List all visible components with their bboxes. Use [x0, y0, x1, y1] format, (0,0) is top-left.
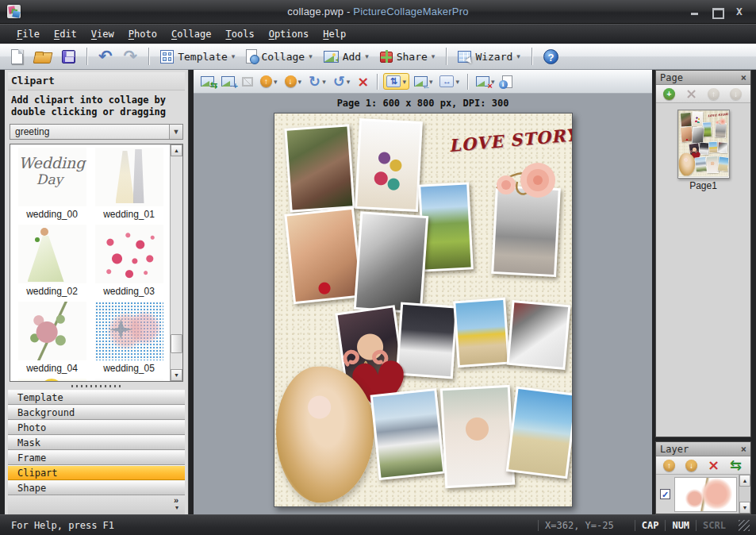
scroll-down-icon[interactable]: ▼: [171, 369, 182, 381]
photo-beach-jump[interactable]: [453, 298, 510, 368]
sidebar-item-clipart[interactable]: Clipart: [8, 465, 185, 480]
chevron-down-icon[interactable]: ▼: [169, 125, 182, 139]
share-button[interactable]: Share ▾: [377, 48, 439, 64]
scroll-up-icon[interactable]: ▲: [739, 475, 750, 487]
redo-button[interactable]: ↷: [121, 47, 141, 66]
menu-photo[interactable]: Photo: [121, 25, 164, 43]
layer-visibility-checkbox[interactable]: ✓: [660, 489, 670, 499]
align-photo-button[interactable]: ←▾: [412, 75, 436, 88]
swap-layer-button[interactable]: ⇆: [727, 456, 744, 474]
photo-couple-kiss-outdoor[interactable]: [370, 388, 445, 480]
chevron-down-icon[interactable]: ▾: [322, 78, 326, 86]
page1-thumbnail[interactable]: ♥LOVE STORY: [677, 110, 730, 179]
send-backward-button[interactable]: ↓▾: [282, 74, 305, 89]
layer-rose-thumbnail[interactable]: [674, 477, 737, 512]
swap-page-button[interactable]: ⇆: [750, 85, 751, 102]
remove-photo-button[interactable]: ×▾: [474, 75, 497, 88]
layer-up-button[interactable]: ↑: [661, 458, 677, 473]
clipart-scrollbar[interactable]: ▲ ▼: [170, 144, 182, 381]
swap-photo-button[interactable]: ⇆: [198, 75, 217, 88]
clipart-item-wedding_00[interactable]: WeddingDaywedding_00: [13, 148, 90, 220]
photo-shopping-couple[interactable]: [355, 118, 423, 212]
wizard-button[interactable]: Wizard ▾: [455, 49, 524, 64]
page-down-button[interactable]: ↓: [727, 87, 744, 102]
chevron-down-icon[interactable]: ▾: [298, 78, 302, 86]
clipart-item-wedding_04[interactable]: wedding_04: [13, 302, 90, 374]
undo-button[interactable]: ↶: [95, 47, 116, 66]
wedding_01-thumbnail[interactable]: [95, 148, 163, 206]
panel-splitter-handle[interactable]: [8, 382, 185, 390]
minimize-button[interactable]: [689, 7, 700, 17]
clipart-rose[interactable]: [485, 158, 562, 206]
chevron-down-icon[interactable]: ▾: [402, 78, 406, 86]
delete-object-button[interactable]: ×: [355, 73, 371, 90]
rotate-right-button[interactable]: ↻▾: [306, 73, 328, 90]
resize-grip[interactable]: [739, 520, 750, 531]
chevron-down-icon[interactable]: ▾: [516, 52, 520, 60]
collage-page[interactable]: ♥LOVE STORY: [274, 113, 573, 507]
photo-bride-veil[interactable]: [439, 385, 514, 488]
delete-layer-button[interactable]: ×: [705, 456, 722, 474]
clipart-item-wedding_02[interactable]: wedding_02: [13, 225, 90, 297]
chevron-down-icon[interactable]: ▾: [432, 52, 436, 60]
close-icon[interactable]: ×: [741, 72, 746, 83]
menu-help[interactable]: Help: [316, 25, 353, 43]
menu-collage[interactable]: Collage: [164, 25, 219, 43]
collage-button[interactable]: Collage ▾: [243, 48, 315, 65]
scrollbar-track[interactable]: [171, 156, 182, 369]
menu-view[interactable]: View: [84, 25, 121, 43]
menu-tools[interactable]: Tools: [219, 25, 262, 43]
sidebar-item-template[interactable]: Template: [8, 390, 185, 405]
collage-title-text[interactable]: LOVE STORY: [447, 126, 560, 161]
wedding_05-thumbnail[interactable]: [95, 302, 163, 360]
sidebar-item-frame[interactable]: Frame: [8, 450, 185, 465]
clipart-thumbnail[interactable]: [18, 379, 86, 382]
photo-bride-laughing-bw[interactable]: [353, 211, 428, 314]
clipart-thumbnail[interactable]: [95, 379, 163, 382]
chevron-down-icon[interactable]: ▾: [365, 52, 369, 60]
menu-file[interactable]: File: [10, 25, 47, 43]
clipart-item[interactable]: [90, 379, 167, 382]
add-button[interactable]: + Add ▾: [320, 49, 372, 64]
close-button[interactable]: X: [734, 7, 745, 17]
open-button[interactable]: [31, 48, 54, 65]
delete-page-button[interactable]: ×: [683, 85, 700, 102]
help-button[interactable]: ?: [540, 48, 562, 66]
crop-photo-button[interactable]: [240, 75, 255, 88]
add-page-button[interactable]: +: [661, 87, 677, 102]
resize-photo-button[interactable]: ↔▾: [437, 74, 462, 89]
clipart-item-wedding_01[interactable]: wedding_01: [90, 148, 167, 220]
template-button[interactable]: Template ▾: [157, 48, 238, 65]
sidebar-item-shape[interactable]: Shape: [8, 480, 185, 495]
add-photo-button[interactable]: +: [219, 75, 237, 88]
chevron-down-icon[interactable]: ▾: [274, 78, 278, 86]
clipart-category-dropdown[interactable]: greeting ▼: [10, 124, 183, 140]
scroll-down-icon[interactable]: ▼: [739, 502, 750, 514]
wedding_02-thumbnail[interactable]: [18, 225, 86, 283]
chevron-down-icon[interactable]: ▾: [455, 78, 459, 86]
properties-button[interactable]: [500, 74, 515, 90]
menu-options[interactable]: Options: [262, 25, 317, 43]
layer-scrollbar[interactable]: ▲ ▼: [739, 475, 750, 514]
menu-edit[interactable]: Edit: [47, 25, 84, 43]
sidebar-item-mask[interactable]: Mask: [8, 435, 185, 450]
clipart-item-wedding_03[interactable]: wedding_03: [90, 225, 167, 297]
maximize-button[interactable]: [712, 7, 723, 17]
page-up-button[interactable]: ↑: [705, 87, 722, 102]
photo-smiling-couple[interactable]: [284, 207, 363, 305]
chevron-down-icon[interactable]: ▾: [347, 78, 351, 86]
rotate-left-button[interactable]: ↺▾: [331, 73, 353, 90]
layer-down-button[interactable]: ↓: [683, 458, 700, 473]
photo-beach-walk[interactable]: [505, 387, 572, 479]
scrollbar-thumb[interactable]: [171, 334, 182, 353]
wedding_04-thumbnail[interactable]: [18, 302, 86, 360]
sidebar-item-photo[interactable]: Photo: [8, 420, 185, 435]
nav-overflow-button[interactable]: »▾: [8, 495, 185, 514]
photo-kissing-couple[interactable]: [284, 124, 355, 212]
chevron-down-icon[interactable]: ▾: [309, 52, 313, 60]
sidebar-item-background[interactable]: Background: [8, 405, 185, 420]
wedding_03-thumbnail[interactable]: [95, 225, 163, 283]
clipart-item-wedding_05[interactable]: wedding_05: [90, 302, 167, 374]
chevron-down-icon[interactable]: ▾: [232, 52, 236, 60]
wedding_00-thumbnail[interactable]: WeddingDay: [18, 148, 86, 206]
